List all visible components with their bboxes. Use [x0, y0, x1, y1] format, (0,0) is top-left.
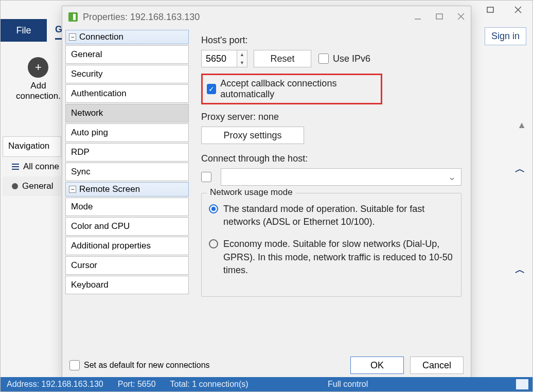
navigation-header: Navigation — [3, 136, 61, 157]
svg-rect-5 — [436, 14, 442, 19]
tree-item-keyboard[interactable]: Keyboard — [65, 276, 189, 294]
connect-through-combo[interactable]: ⌄ — [221, 168, 461, 186]
tree-group-header[interactable]: −Remote Screen — [65, 182, 189, 197]
accept-callback-label: Accept callback connections automaticall… — [220, 78, 377, 100]
network-settings-pane: Host's port: ▲▼ Reset Use IPv6 ✓ Accept … — [192, 28, 471, 336]
nav-label: General — [22, 181, 53, 191]
host-port-label: Host's port: — [201, 35, 461, 46]
scroll-up-icon[interactable]: ▲ — [517, 120, 526, 131]
radio-label: Economy mode. Suitable for slow networks… — [223, 238, 454, 277]
nav-label: All conne — [23, 162, 59, 172]
host-port-input[interactable] — [201, 50, 237, 67]
network-mode-option[interactable]: Economy mode. Suitable for slow networks… — [209, 238, 454, 277]
tree-item-rdp[interactable]: RDP — [65, 143, 189, 162]
use-ipv6-label: Use IPv6 — [333, 54, 370, 64]
tree-item-additional-properties[interactable]: Additional properties — [65, 237, 189, 255]
cancel-button[interactable]: Cancel — [410, 357, 464, 374]
add-label-2: connection. — [16, 91, 61, 101]
ok-button[interactable]: OK — [350, 357, 404, 374]
connect-through-label: Connect through the host: — [201, 153, 461, 164]
file-menu[interactable]: File — [1, 19, 47, 42]
group-label: Connection — [79, 32, 123, 42]
nav-general[interactable]: General — [3, 176, 61, 196]
list-icon — [12, 164, 19, 170]
dialog-minimize-icon[interactable] — [414, 12, 421, 23]
tree-group-header[interactable]: −Connection — [65, 30, 189, 44]
dialog-footer: Set as default for new connections OK Ca… — [62, 351, 471, 380]
chevron-up-icon[interactable]: ︿ — [515, 263, 525, 277]
proxy-server-label: Proxy server: none — [201, 112, 461, 122]
proxy-settings-button[interactable]: Proxy settings — [201, 127, 304, 144]
collapse-icon: − — [69, 186, 76, 193]
tree-item-general[interactable]: General — [65, 45, 189, 64]
add-connection-tool[interactable]: + Add connection. — [16, 57, 61, 101]
menu-tab[interactable]: G — [55, 21, 62, 40]
connect-through-checkbox[interactable] — [201, 172, 211, 182]
dialog-maximize-icon[interactable] — [436, 12, 443, 23]
tree-item-mode[interactable]: Mode — [65, 198, 189, 216]
properties-dialog: Properties: 192.168.163.130 −ConnectionG… — [62, 6, 471, 380]
chevron-up-icon[interactable]: ︿ — [515, 162, 525, 176]
plus-icon: + — [28, 57, 48, 78]
status-bar: Address: 192.168.163.130 Port: 5650 Tota… — [1, 377, 532, 391]
accept-callback-highlight: ✓ Accept callback connections automatica… — [201, 74, 382, 104]
tree-item-security[interactable]: Security — [65, 65, 189, 83]
status-total: Total: 1 connection(s) — [170, 380, 248, 389]
use-ipv6-checkbox[interactable] — [318, 54, 329, 64]
dialog-close-icon[interactable] — [457, 12, 465, 23]
fieldset-legend: Network usage mode — [207, 187, 296, 198]
svg-rect-1 — [487, 7, 493, 12]
add-label-1: Add — [16, 81, 61, 91]
tree-item-auto-ping[interactable]: Auto ping — [65, 123, 189, 142]
tree-item-sync[interactable]: Sync — [65, 163, 189, 181]
port-spinner[interactable]: ▲▼ — [237, 50, 247, 67]
tree-item-cursor[interactable]: Cursor — [65, 256, 189, 275]
collapse-icon: − — [69, 33, 76, 41]
dialog-title: Properties: 192.168.163.130 — [83, 12, 200, 23]
group-label: Remote Screen — [79, 184, 140, 194]
app-icon — [68, 12, 78, 22]
nav-all-connections[interactable]: All conne — [3, 157, 61, 176]
reset-button[interactable]: Reset — [254, 50, 311, 67]
set-default-checkbox[interactable] — [69, 360, 80, 370]
status-address: Address: 192.168.163.130 — [7, 380, 103, 389]
radio-label: The standard mode of operation. Suitable… — [223, 203, 454, 228]
spin-down-icon[interactable]: ▼ — [237, 59, 247, 67]
maximize-icon[interactable] — [483, 3, 498, 17]
dialog-titlebar: Properties: 192.168.163.130 — [62, 6, 471, 28]
settings-tree: −ConnectionGeneralSecurityAuthentication… — [62, 28, 192, 336]
tree-item-color-and-cpu[interactable]: Color and CPU — [65, 217, 189, 236]
status-control: Full control — [328, 380, 368, 389]
network-usage-fieldset: Network usage mode The standard mode of … — [201, 193, 461, 297]
status-port: Port: 5650 — [118, 380, 156, 389]
accept-callback-checkbox[interactable]: ✓ — [207, 84, 216, 94]
set-default-label: Set as default for new connections — [84, 361, 210, 370]
tree-item-network[interactable]: Network — [65, 104, 189, 122]
spin-up-icon[interactable]: ▲ — [237, 50, 247, 59]
chevron-down-icon: ⌄ — [448, 171, 456, 183]
tree-item-authentication[interactable]: Authentication — [65, 84, 189, 103]
close-icon[interactable] — [511, 3, 525, 17]
network-mode-option[interactable]: The standard mode of operation. Suitable… — [209, 203, 454, 228]
sign-in-button[interactable]: Sign in — [485, 27, 526, 45]
radio-icon[interactable] — [209, 204, 218, 213]
radio-icon[interactable] — [209, 239, 218, 248]
dot-icon — [12, 183, 18, 189]
status-corner-icon — [516, 379, 528, 389]
